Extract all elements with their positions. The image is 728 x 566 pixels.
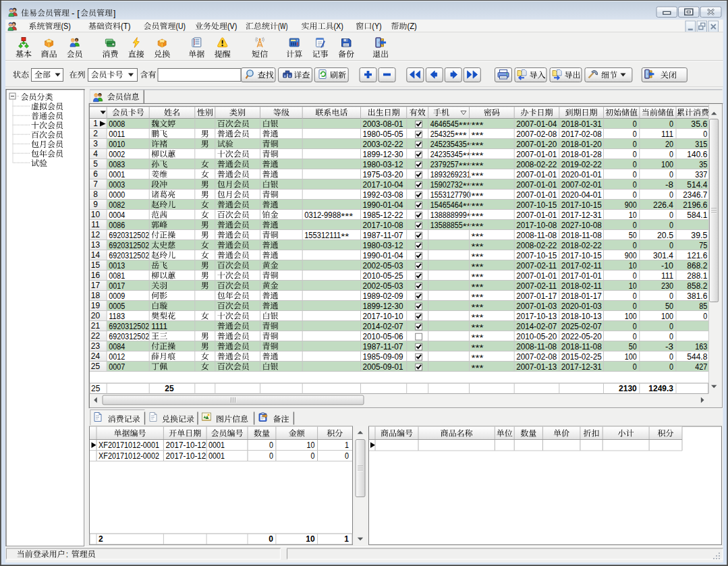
svg-text:138888999: 138888999 — [430, 210, 467, 220]
svg-text:39.5: 39.5 — [691, 231, 707, 240]
svg-text:0008: 0008 — [109, 119, 125, 129]
svg-text:0: 0 — [633, 170, 637, 179]
svg-text:0017: 0017 — [109, 281, 125, 291]
svg-text:0: 0 — [633, 362, 637, 372]
svg-text:5: 5 — [93, 159, 98, 169]
svg-text:2010-05-25: 2010-05-25 — [363, 271, 403, 281]
svg-text:-3: -3 — [665, 342, 673, 351]
svg-text:85: 85 — [699, 302, 707, 311]
svg-text:***: *** — [472, 242, 484, 252]
svg-text:2018-01-28: 2018-01-28 — [561, 150, 602, 159]
svg-text:514.4: 514.4 — [687, 180, 707, 190]
svg-text:*: * — [467, 141, 471, 150]
svg-text:6920312502: 6920312502 — [109, 251, 149, 260]
svg-text:111: 111 — [661, 130, 673, 139]
svg-text:0001: 0001 — [208, 451, 225, 461]
svg-text:1987-11-07: 1987-11-07 — [363, 231, 403, 240]
svg-text:10: 10 — [629, 261, 637, 271]
svg-text:20: 20 — [665, 140, 673, 149]
svg-text:18: 18 — [91, 291, 101, 300]
svg-text:2018-01-17: 2018-01-17 — [561, 291, 602, 301]
svg-text:0: 0 — [669, 322, 673, 331]
svg-text:(X): (X) — [334, 22, 343, 31]
svg-text:2017-10-08: 2017-10-08 — [516, 221, 557, 230]
svg-text:2008-11-08: 2008-11-08 — [516, 231, 557, 240]
svg-text:0: 0 — [633, 332, 637, 341]
svg-text:288.1: 288.1 — [687, 271, 707, 281]
svg-text:**: ** — [463, 222, 471, 231]
svg-text:(T): (T) — [121, 22, 130, 31]
svg-text:163: 163 — [695, 342, 707, 351]
svg-text:584.1: 584.1 — [687, 210, 707, 220]
svg-text:0: 0 — [633, 302, 637, 311]
svg-text:155312111: 155312111 — [304, 231, 341, 240]
svg-text:121.6: 121.6 — [687, 251, 707, 260]
svg-text:0007: 0007 — [109, 362, 125, 372]
svg-text:2196.6: 2196.6 — [683, 200, 707, 210]
svg-text:1899-12-30: 1899-12-30 — [363, 150, 403, 159]
svg-text:0081: 0081 — [109, 271, 125, 281]
svg-text:337: 337 — [695, 170, 707, 179]
svg-text:1989-02-09: 1989-02-09 — [363, 291, 403, 301]
svg-text:0: 0 — [311, 451, 315, 461]
svg-text:2018-01-20: 2018-01-20 — [561, 140, 602, 149]
svg-text:50: 50 — [629, 231, 637, 240]
svg-text:0312-9988: 0312-9988 — [304, 210, 341, 220]
svg-text:13: 13 — [91, 240, 101, 250]
svg-text:25: 25 — [91, 384, 101, 393]
svg-text:19: 19 — [91, 301, 101, 310]
svg-text:2: 2 — [99, 534, 103, 544]
svg-text:0: 0 — [669, 362, 673, 372]
svg-text:2007-01-17: 2007-01-17 — [516, 291, 557, 301]
svg-text:2007-01-04: 2007-01-04 — [516, 119, 557, 129]
svg-text:0: 0 — [633, 160, 637, 169]
svg-text:0: 0 — [669, 150, 673, 159]
svg-text:14: 14 — [91, 250, 101, 260]
svg-text:***: *** — [472, 323, 484, 333]
svg-text:9: 9 — [93, 200, 98, 209]
svg-text:0: 0 — [269, 451, 273, 461]
svg-text:0: 0 — [669, 210, 673, 220]
svg-text:2007-10-15: 2007-10-15 — [516, 251, 557, 260]
svg-text:2007-01-01: 2007-01-01 — [516, 210, 557, 220]
svg-text:2017-02-08: 2017-02-08 — [561, 130, 602, 139]
svg-text:0004: 0004 — [109, 210, 125, 220]
svg-text:2007-01-01: 2007-01-01 — [516, 150, 557, 159]
svg-text:0: 0 — [633, 271, 637, 281]
svg-text:2017-10-04: 2017-10-04 — [363, 180, 403, 190]
svg-text:35: 35 — [699, 160, 707, 169]
svg-text:50: 50 — [629, 342, 637, 351]
svg-text:4646545: 4646545 — [430, 119, 459, 129]
svg-text:0002: 0002 — [109, 150, 125, 159]
svg-text:2007-10-15: 2007-10-15 — [516, 200, 557, 210]
svg-text:2017-12-31: 2017-12-31 — [561, 362, 602, 372]
svg-text:0: 0 — [669, 119, 673, 129]
svg-text:6920312502: 6920312502 — [109, 241, 149, 250]
svg-text:2002-05-03: 2002-05-03 — [363, 261, 403, 271]
svg-text:2027-10-08: 2027-10-08 — [561, 221, 602, 230]
svg-text:1987-11-07: 1987-11-07 — [363, 342, 403, 351]
svg-text:2007-01-20: 2007-01-20 — [516, 140, 557, 149]
svg-text:]: ] — [113, 9, 115, 18]
svg-text:0: 0 — [633, 130, 637, 139]
svg-text:544.8: 544.8 — [687, 352, 707, 362]
svg-text:1992-03-08: 1992-03-08 — [363, 190, 403, 200]
svg-text:XF20171012-0001: XF20171012-0001 — [99, 441, 159, 450]
svg-text:(V): (V) — [227, 22, 237, 31]
svg-text:1990-01-04: 1990-01-04 — [363, 251, 403, 260]
svg-text:1: 1 — [344, 534, 349, 544]
svg-text:(Y): (Y) — [372, 22, 381, 31]
svg-text:1990-01-04: 1990-01-04 — [363, 200, 403, 210]
svg-text:2014-02-07: 2014-02-07 — [363, 322, 403, 331]
svg-text:0: 0 — [703, 312, 707, 321]
svg-text:1899-12-30: 1899-12-30 — [363, 302, 403, 311]
svg-text:1985-12-22: 1985-12-22 — [363, 210, 403, 220]
svg-text:1980-05-05: 1980-05-05 — [363, 130, 403, 139]
svg-text:25: 25 — [91, 362, 101, 371]
svg-text:2346.7: 2346.7 — [683, 190, 707, 200]
svg-text:6: 6 — [93, 169, 98, 179]
svg-text:6920312502: 6920312502 — [109, 322, 149, 331]
svg-text:6920312502: 6920312502 — [109, 231, 149, 240]
svg-text:1: 1 — [345, 441, 349, 450]
svg-text:0: 0 — [669, 332, 673, 341]
